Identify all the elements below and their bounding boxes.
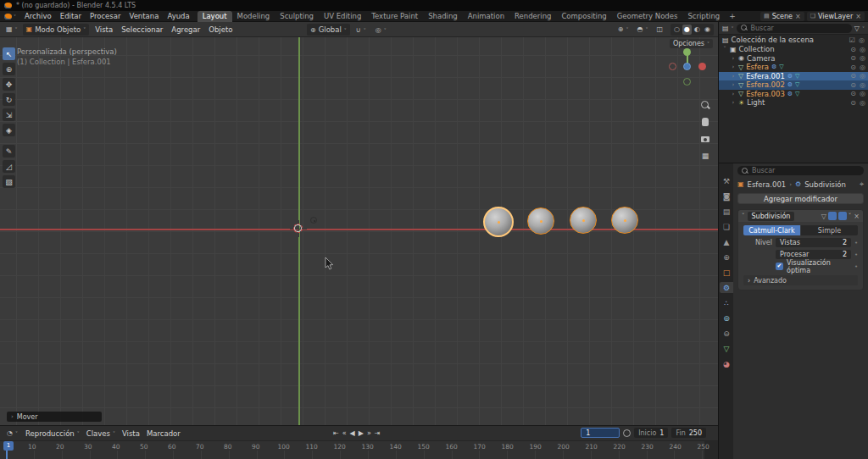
outliner-item-camera[interactable]: ›◉Camera⊙◎ [719,54,868,64]
keyframe-dot-icon[interactable]: • [854,252,858,258]
properties-tab-tool[interactable]: ⚒ [720,175,733,186]
add-workspace-button[interactable]: + [725,12,740,20]
light-object[interactable] [310,217,317,224]
render-display-toggle[interactable] [838,212,847,220]
shading-wireframe-icon[interactable]: ○ [672,25,682,35]
camera-view-icon[interactable] [700,134,710,144]
viewport-menu-seleccionar[interactable]: Seleccionar [117,25,167,34]
sphere-object-0[interactable] [483,207,514,237]
advanced-section-header[interactable]: › Avanzado [743,275,858,285]
workspace-tab-geometry-nodes[interactable]: Geometry Nodes [612,11,683,22]
keyframe-dot-icon[interactable]: • [854,240,858,246]
mode-selector[interactable]: ▣ Modo Objeto ˅ [23,24,90,36]
axis-x-negative-icon[interactable] [669,63,676,70]
properties-tab-output[interactable]: ▤ [720,206,733,217]
overlays-toggle[interactable]: ◓ ˅ [634,24,652,36]
viewlayer-selector[interactable]: ❏ ViewLayer × [807,12,865,21]
current-frame-field[interactable]: 1 [581,428,620,438]
edit-mode-toggle-icon[interactable]: ▽ [821,213,826,220]
disable-render-icon[interactable]: ◎ [859,36,865,44]
workspace-tab-scripting[interactable]: Scripting [682,11,725,22]
select-box-tool[interactable]: ↖ [3,47,15,60]
expand-icon[interactable]: ˅ [722,46,727,53]
jump-to-prev-keyframe-button[interactable]: « [342,429,347,437]
add-cube-tool[interactable]: ▧ [3,175,15,188]
play-forward-button[interactable]: ▶ [359,429,364,437]
viewport-menu-agregar[interactable]: Agregar [167,25,204,34]
zoom-icon[interactable] [700,100,710,110]
add-modifier-button[interactable]: Agregar modificador [737,193,864,204]
menu-archivo[interactable]: Archivo [20,11,56,22]
scale-tool[interactable]: ⇲ [3,108,15,121]
axis-y-positive-icon[interactable] [683,48,691,56]
keyframe-dot-icon[interactable]: • [854,263,858,270]
properties-tab-view-layer[interactable]: ❏ [720,221,733,232]
levels-viewport-field[interactable]: Vistas 2 [776,238,851,247]
menu-procesar[interactable]: Procesar [86,11,125,22]
menu-ayuda[interactable]: Ayuda [163,11,193,22]
sphere-object-2[interactable] [570,207,597,234]
expand-icon[interactable]: › [731,55,736,62]
optimal-display-checkbox[interactable]: ✔ [776,263,783,270]
workspace-tab-compositing[interactable]: Compositing [556,11,611,22]
timeline-menu-claves[interactable]: Claves˅ [83,429,119,438]
auto-keyframe-button[interactable] [623,429,631,437]
expand-icon[interactable]: › [731,73,736,80]
properties-search-input[interactable]: Buscar [737,166,864,175]
properties-tab-constraints[interactable]: ⊖ [720,328,733,339]
timeline-menu-vista[interactable]: Vista [119,429,143,438]
measure-tool[interactable]: ◿ [3,160,15,173]
timeline-editor-type-button[interactable]: ◔ ˅ [3,428,21,440]
exclude-checkbox-icon[interactable]: ☑ [849,36,855,44]
timeline-menu-reproducci-n[interactable]: Reproducción˅ [22,429,83,438]
workspace-tab-rendering[interactable]: Rendering [509,11,556,22]
menu-editar[interactable]: Editar [56,11,86,22]
properties-tab-physics[interactable]: ⊚ [720,312,733,324]
xray-toggle[interactable]: ◫ [654,24,667,36]
unlink-scene-icon[interactable]: × [795,13,801,20]
shading-rendered-icon[interactable]: ◉ [703,25,712,35]
hide-viewport-eye-icon[interactable]: ⊙ [850,54,856,62]
disable-render-camera-icon[interactable]: ◎ [860,90,865,97]
proportional-edit-toggle[interactable]: ◎ ˅ [372,24,390,36]
close-icon[interactable]: × [854,213,860,220]
pan-hand-icon[interactable] [700,117,710,127]
modifier-name-field[interactable]: Subdivisión [748,212,795,221]
scene-collection-row[interactable]: ▤ Colección de la escena ☑ ◎ [719,35,868,45]
expand-icon[interactable]: › [731,91,736,97]
annotate-tool[interactable]: ✎ [3,145,15,158]
disable-render-camera-icon[interactable]: ◎ [860,81,865,89]
modifier-extras-icon[interactable]: ˅ [849,213,852,219]
hide-viewport-eye-icon[interactable]: ⊙ [850,90,856,97]
jump-to-end-button[interactable]: ⇥ [375,429,381,437]
disable-render-camera-icon[interactable]: ◎ [860,46,865,53]
outliner-item-light[interactable]: ›☀Light⊙◎ [719,98,868,108]
timeline-playhead[interactable]: 1 [6,441,8,459]
options-dropdown[interactable]: Opciones ˅ [670,39,713,48]
frame-start-field[interactable]: Inicio 1 [634,428,668,438]
menu-ventana[interactable]: Ventana [125,11,163,22]
hide-viewport-eye-icon[interactable]: ⊙ [850,46,856,53]
properties-tab-material[interactable]: ◕ [720,358,733,369]
move-tool[interactable]: ✥ [3,78,15,91]
outliner-item-esfera-001[interactable]: ›▽Esfera.001⚙▽⊙◎ [719,72,868,81]
outliner-item-esfera-002[interactable]: ›▽Esfera.002⚙▽⊙◎ [719,80,868,90]
operator-panel[interactable]: › Mover [7,412,102,422]
navigation-gizmo[interactable] [669,48,706,86]
pin-icon[interactable]: ⌖ [860,180,864,189]
viewport-menu-vista[interactable]: Vista [91,25,117,34]
hide-viewport-eye-icon[interactable]: ⊙ [850,81,856,89]
axis-y-negative-icon[interactable] [683,78,691,86]
outliner-item-esfera[interactable]: ›▽Esfera⚙▽⊙◎ [719,63,868,72]
sphere-object-3[interactable] [611,207,638,234]
breadcrumb-object[interactable]: Esfera.001 [748,180,787,189]
gizmos-toggle[interactable]: ⊕ ˅ [615,24,632,36]
disable-render-camera-icon[interactable]: ◎ [860,72,865,80]
sphere-object-1[interactable] [527,207,554,235]
hide-viewport-eye-icon[interactable]: ⊙ [850,72,856,80]
workspace-tab-animation[interactable]: Animation [463,11,509,22]
properties-tab-particles[interactable]: ∴ [720,297,733,308]
algorithm-simple-button[interactable]: Simple [801,225,858,235]
expand-icon[interactable]: › [731,64,736,70]
workspace-tab-modeling[interactable]: Modeling [232,11,275,22]
